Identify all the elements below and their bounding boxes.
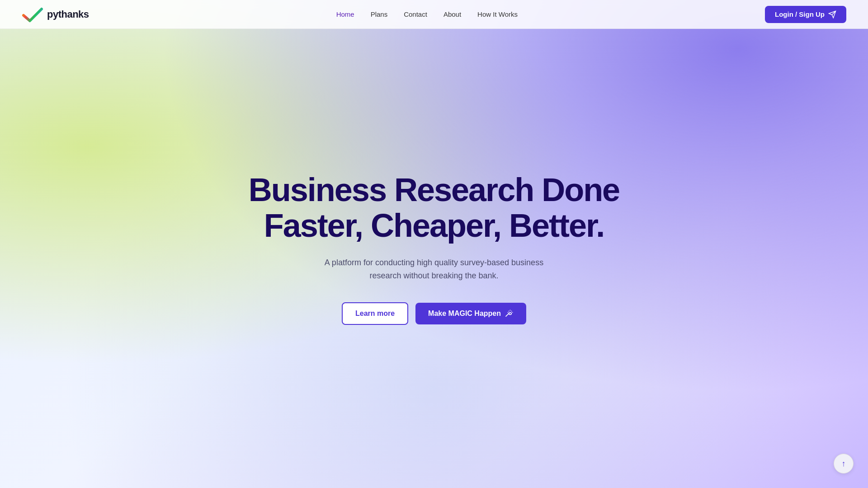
navbar: pythanks Home Plans Contact About How It…: [0, 0, 868, 29]
nav-links: Home Plans Contact About How It Works: [336, 10, 518, 18]
hero-title: Business Research Done Faster, Cheaper, …: [249, 172, 619, 244]
logo-icon: [22, 5, 43, 23]
magic-icon: [505, 309, 514, 318]
scroll-to-top-button[interactable]: ↑: [834, 454, 854, 474]
nav-link-how-it-works[interactable]: How It Works: [477, 10, 518, 18]
hero-subtitle: A platform for conducting high quality s…: [321, 256, 547, 282]
make-magic-button[interactable]: Make MAGIC Happen: [415, 303, 526, 324]
login-signup-button[interactable]: Login / Sign Up: [765, 6, 846, 23]
nav-link-home[interactable]: Home: [336, 10, 354, 18]
login-icon: [828, 10, 836, 19]
nav-link-contact[interactable]: Contact: [404, 10, 427, 18]
nav-link-plans[interactable]: Plans: [371, 10, 388, 18]
learn-more-button[interactable]: Learn more: [342, 302, 408, 325]
hero-section: Business Research Done Faster, Cheaper, …: [0, 0, 868, 488]
hero-buttons: Learn more Make MAGIC Happen: [342, 302, 526, 325]
nav-link-about[interactable]: About: [443, 10, 461, 18]
logo-text: pythanks: [47, 9, 89, 20]
logo-link[interactable]: pythanks: [22, 5, 89, 23]
